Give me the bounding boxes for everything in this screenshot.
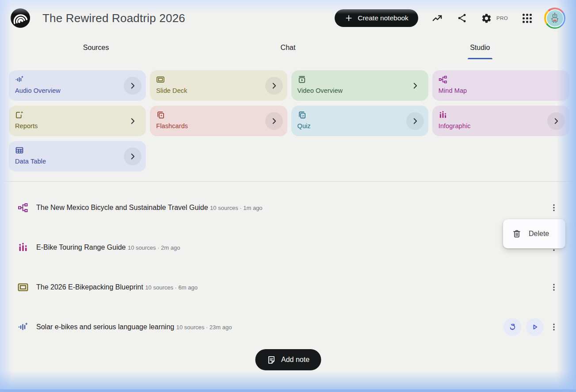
- studio-tool-label: Mind Map: [439, 87, 563, 94]
- studio-tool-label: Audio Overview: [15, 87, 140, 94]
- chevron-right-icon[interactable]: [406, 112, 424, 130]
- context-menu: Delete: [503, 219, 565, 248]
- flashcards-star-icon: [156, 110, 165, 119]
- trending-up-icon[interactable]: [431, 12, 443, 24]
- studio-tool-label: Infographic: [439, 122, 563, 129]
- chevron-right-icon[interactable]: [547, 112, 565, 130]
- gear-icon[interactable]: [481, 12, 492, 24]
- slide-deck-icon: [18, 282, 28, 293]
- artifact-meta: 10 sources · 6m ago: [145, 284, 198, 291]
- section-divider: [0, 181, 576, 182]
- chevron-right-icon[interactable]: [265, 112, 283, 130]
- svg-text:?: ?: [301, 114, 304, 118]
- artifact-title: Solar e-bikes and serious language learn…: [36, 323, 174, 331]
- more-options-icon[interactable]: [549, 282, 559, 293]
- video-overview-icon: [298, 75, 306, 84]
- notebooklm-logo-icon[interactable]: [11, 8, 30, 28]
- artifact-title: E-Bike Touring Range Guide: [36, 244, 126, 251]
- audio-waveform-sparkle-icon: [15, 75, 24, 84]
- studio-tools-grid: Audio Overview Slide Deck Video Overview: [9, 70, 569, 171]
- mind-map-icon: [18, 202, 28, 213]
- studio-tool-label: Reports: [15, 122, 140, 129]
- artifact-row-mind-map[interactable]: The New Mexico Bicycle and Sustainable T…: [0, 188, 576, 228]
- play-audio-button[interactable]: [526, 318, 544, 336]
- create-notebook-button[interactable]: Create notebook: [335, 9, 418, 27]
- more-options-icon[interactable]: [549, 322, 559, 332]
- studio-tool-flashcards[interactable]: Flashcards: [150, 106, 287, 136]
- tab-sources[interactable]: Sources: [0, 36, 192, 59]
- infographic-bars-icon: [18, 242, 28, 253]
- edge-glow-bottom: [0, 371, 576, 392]
- studio-tool-video-overview[interactable]: Video Overview: [291, 70, 428, 101]
- chevron-right-icon[interactable]: [406, 77, 424, 95]
- infographic-bars-icon: [439, 110, 447, 119]
- artifact-meta: 10 sources · 2m ago: [128, 244, 180, 251]
- menu-item-delete[interactable]: Delete: [503, 224, 565, 244]
- studio-tool-slide-deck[interactable]: Slide Deck: [150, 70, 287, 101]
- artifact-row-audio-overview[interactable]: Solar e-bikes and serious language learn…: [0, 307, 576, 347]
- audio-waveform-sparkle-icon: [18, 322, 28, 332]
- plus-icon: [344, 14, 353, 23]
- report-sparkle-icon: [15, 110, 24, 119]
- artifact-title: The New Mexico Bicycle and Sustainable T…: [36, 204, 208, 211]
- apps-grid-icon[interactable]: [521, 12, 533, 24]
- waving-hand-icon: [507, 322, 517, 332]
- edge-glow-bottom-strip: [0, 389, 576, 392]
- slide-deck-icon: [156, 75, 165, 84]
- main-tabs: Sources Chat Studio: [0, 36, 576, 59]
- studio-tool-mind-map[interactable]: Mind Map: [432, 70, 569, 101]
- artifact-row-infographic[interactable]: E-Bike Touring Range Guide 10 sources · …: [0, 228, 576, 267]
- app-header: The Rewired Roadtrip 2026 Create noteboo…: [0, 0, 576, 36]
- pro-badge: PRO: [496, 15, 508, 21]
- create-notebook-label: Create notebook: [358, 14, 408, 22]
- share-icon[interactable]: [456, 12, 468, 24]
- play-icon: [530, 322, 540, 332]
- studio-tool-quiz[interactable]: ? Quiz: [291, 106, 428, 136]
- avatar-robot-image: [546, 9, 564, 27]
- interactive-mode-button[interactable]: [504, 318, 521, 336]
- studio-tool-label: Quiz: [298, 122, 422, 129]
- notebook-title[interactable]: The Rewired Roadtrip 2026: [42, 11, 185, 25]
- tab-studio[interactable]: Studio: [384, 36, 576, 59]
- tab-chat[interactable]: Chat: [192, 36, 384, 59]
- add-note-button[interactable]: Add note: [255, 349, 321, 370]
- more-options-icon[interactable]: [549, 202, 559, 213]
- chevron-right-icon[interactable]: [124, 148, 141, 165]
- studio-tool-audio-overview[interactable]: Audio Overview: [9, 70, 146, 101]
- add-note-label: Add note: [281, 356, 309, 364]
- chevron-right-icon[interactable]: [124, 77, 141, 95]
- artifact-list: The New Mexico Bicycle and Sustainable T…: [0, 188, 576, 347]
- data-table-icon: [15, 146, 24, 155]
- quiz-cards-icon: ?: [298, 110, 306, 119]
- chevron-right-icon[interactable]: [124, 112, 141, 130]
- active-tab-underline: [468, 58, 492, 59]
- trash-icon: [512, 229, 522, 239]
- studio-tool-reports[interactable]: Reports: [9, 106, 146, 136]
- studio-tool-label: Data Table: [15, 158, 140, 165]
- artifact-row-slide-deck[interactable]: The 2026 E-Bikepacking Blueprint 10 sour…: [0, 267, 576, 307]
- studio-tool-label: Flashcards: [156, 122, 281, 129]
- studio-tool-data-table[interactable]: Data Table: [9, 141, 146, 171]
- studio-tool-label: Video Overview: [298, 87, 422, 94]
- studio-tool-label: Slide Deck: [156, 87, 281, 94]
- user-avatar[interactable]: [544, 8, 565, 29]
- note-icon: [267, 355, 276, 365]
- artifact-title: The 2026 E-Bikepacking Blueprint: [36, 283, 143, 291]
- artifact-meta: 10 sources · 1m ago: [210, 205, 263, 211]
- chevron-right-icon[interactable]: [265, 77, 283, 95]
- artifact-meta: 10 sources · 23m ago: [176, 324, 232, 331]
- studio-tool-infographic[interactable]: Infographic: [432, 106, 569, 136]
- mind-map-icon: [439, 75, 447, 84]
- menu-item-label: Delete: [529, 230, 549, 238]
